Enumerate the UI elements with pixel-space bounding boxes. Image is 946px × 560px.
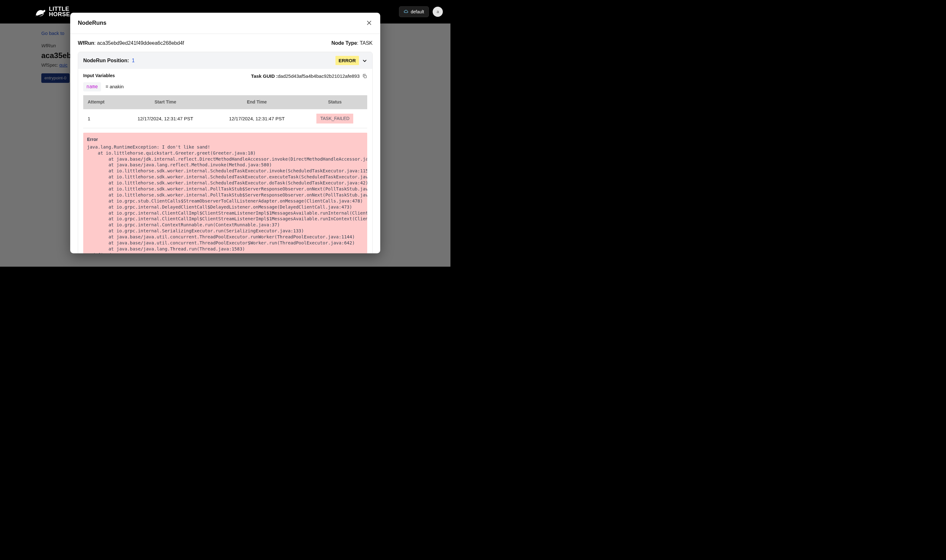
cloud-icon [404, 9, 408, 14]
tenant-label: default [411, 9, 424, 14]
logo-text: LITTLE HORSE [49, 6, 70, 17]
modal-header: NodeRuns [70, 13, 380, 34]
noderun-section-header[interactable]: NodeRun Position: 1 ERROR [78, 52, 372, 69]
close-icon [367, 21, 371, 25]
svg-rect-0 [364, 75, 366, 78]
chevron-down-icon [362, 58, 367, 63]
status-pill-failed: TASK_FAILED [316, 114, 353, 124]
wfrun-nodetype-row: WfRun: aca35ebd9ed241f49ddeea6c268ebd4f … [78, 40, 373, 47]
error-stacktrace: java.lang.RuntimeException: I don't like… [87, 144, 364, 253]
table-row[interactable]: 1 12/17/2024, 12:31:47 PST 12/17/2024, 1… [83, 109, 367, 128]
cell-end: 12/17/2024, 12:31:47 PST [211, 109, 303, 128]
col-attempt: Attempt [83, 95, 120, 109]
modal-body: WfRun: aca35ebd9ed241f49ddeea6c268ebd4f … [70, 34, 380, 253]
noderuns-modal: NodeRuns WfRun: aca35ebd9ed241f49ddeea6c… [70, 13, 380, 253]
col-start: Start Time [120, 95, 211, 109]
horse-icon [33, 5, 46, 18]
meta-row: Input Variables name = anakin Task GUID … [83, 73, 367, 91]
status-group: ERROR [336, 56, 367, 65]
wfrun-id-line: WfRun: aca35ebd9ed241f49ddeea6c268ebd4f [78, 40, 184, 47]
input-vars-title: Input Variables [83, 73, 123, 79]
cell-status: TASK_FAILED [302, 109, 367, 128]
logo[interactable]: LITTLE HORSE [33, 5, 70, 18]
cell-attempt: 1 [83, 109, 120, 128]
modal-title: NodeRuns [78, 19, 106, 27]
avatar[interactable]: a [433, 7, 443, 17]
col-status: Status [302, 95, 367, 109]
topbar-right: default a [399, 6, 443, 17]
var-eq: = anakin [104, 84, 123, 89]
noderun-position: NodeRun Position: 1 [83, 57, 135, 64]
noderun-section-body: Input Variables name = anakin Task GUID … [78, 69, 372, 253]
tenant-selector[interactable]: default [399, 6, 429, 17]
task-guid: Task GUID :dad25d43af5a4b4bac92b21012afe… [251, 73, 367, 79]
noderun-position-link[interactable]: 1 [132, 58, 135, 63]
close-button[interactable] [366, 19, 373, 27]
attempts-table: Attempt Start Time End Time Status 1 12/… [83, 95, 367, 128]
col-end: End Time [211, 95, 303, 109]
copy-icon[interactable] [362, 74, 367, 79]
error-box: Error java.lang.RuntimeException: I don'… [83, 133, 367, 253]
error-label: Error [87, 137, 364, 143]
status-badge: ERROR [336, 56, 359, 65]
cell-start: 12/17/2024, 12:31:47 PST [120, 109, 211, 128]
input-variables: Input Variables name = anakin [83, 73, 123, 91]
nodetype-line: Node Type: TASK [331, 40, 373, 47]
noderun-section: NodeRun Position: 1 ERROR Input Variable… [78, 52, 373, 253]
var-name-chip: name [83, 82, 101, 91]
